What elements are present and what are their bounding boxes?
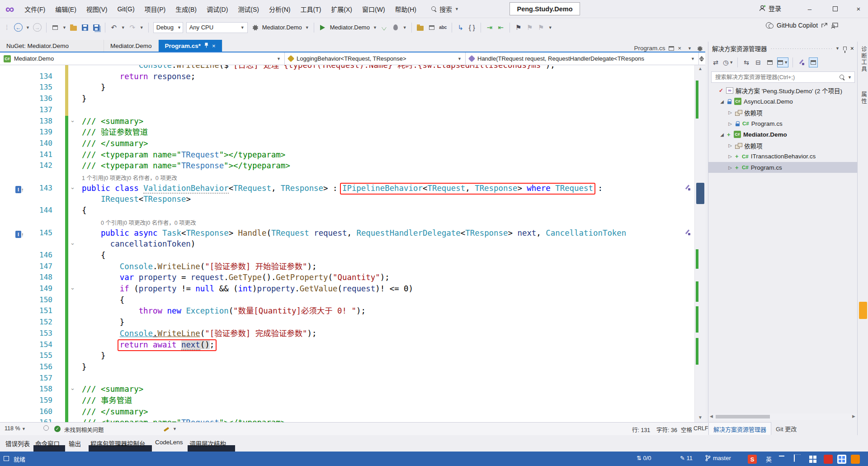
code-line[interactable]: 151 throw new Exception("数量[Quantity]必须大…: [0, 305, 705, 317]
menu-item[interactable]: 视图(V): [81, 3, 113, 15]
code-line[interactable]: 142/// <typeparam name="TResponse"></typ…: [0, 160, 705, 171]
code-line[interactable]: 1 个引用|0 项更改|0 名作者，0 项更改: [0, 171, 705, 183]
menu-item[interactable]: 生成(B): [170, 3, 202, 15]
scrollbar-down-icon[interactable]: ▼: [698, 415, 703, 420]
fold-chevron-icon[interactable]: ⌄: [70, 115, 75, 126]
preview-tab-close-icon[interactable]: ×: [678, 45, 681, 52]
solution-explorer-search-input[interactable]: [714, 74, 837, 81]
breadcrumb-type-dropdown[interactable]: LoggingBehavior<TRequest, TResponse> ▼: [285, 52, 466, 65]
ime-language-indicator[interactable]: 英: [766, 455, 772, 463]
tab-close-icon[interactable]: ×: [212, 43, 216, 49]
editor-vertical-scrollbar[interactable]: ▲ ▼: [694, 65, 705, 422]
startup-project-gear-icon[interactable]: [251, 23, 259, 33]
navigate-forward-icon[interactable]: →: [33, 23, 42, 32]
navigate-backward-dropdown-icon[interactable]: ▼: [26, 25, 30, 30]
panel-tab[interactable]: 调用层次结构: [189, 439, 226, 448]
code-line[interactable]: 159/// 事务管道: [0, 395, 705, 406]
panel-tab[interactable]: 错误列表: [5, 439, 30, 448]
solution-explorer-search[interactable]: ▼: [711, 71, 855, 83]
minimize-button[interactable]: –: [803, 3, 816, 14]
run-dropdown-icon[interactable]: ▼: [373, 25, 377, 30]
solution-explorer-horizontal-scrollbar[interactable]: ◀ ▶: [708, 414, 858, 420]
keyboard-icon[interactable]: [794, 455, 795, 461]
menu-item[interactable]: 窗口(W): [357, 3, 390, 15]
code-cleanup-icon[interactable]: ▼: [164, 425, 177, 432]
document-tab[interactable]: Program.cs*×: [159, 40, 222, 52]
toolbar-overflow-icon[interactable]: ▼: [548, 25, 552, 30]
bookmark-icon[interactable]: ⚑: [514, 23, 523, 33]
collapse-all-icon[interactable]: ⊟: [754, 57, 763, 67]
menu-item[interactable]: 项目(P): [140, 3, 171, 15]
menu-item[interactable]: Git(G): [112, 4, 139, 14]
scrollbar-up-icon[interactable]: ▲: [698, 66, 703, 71]
scroll-left-icon[interactable]: ◀: [710, 414, 713, 418]
tool-window-tab[interactable]: 解决方案资源管理器: [708, 422, 771, 435]
zoom-level-select[interactable]: 118 % ▼: [5, 425, 26, 432]
code-line[interactable]: 140/// </summary>: [0, 138, 705, 149]
menu-item[interactable]: 测试(S): [233, 3, 264, 15]
pending-changes-filter-icon[interactable]: ◷▼: [723, 57, 733, 67]
document-tab[interactable]: NuGet: Mediator.Demo: [0, 40, 104, 52]
code-line[interactable]: 143⌄I↑public class ValidationBehavior<TR…: [0, 183, 705, 194]
new-project-dropdown-icon[interactable]: ▼: [62, 25, 66, 30]
git-branch-indicator[interactable]: master: [705, 455, 731, 461]
tray-red-icon[interactable]: [824, 455, 833, 464]
code-line[interactable]: 158⌄/// <summary>: [0, 384, 705, 395]
hot-reload-dropdown-icon[interactable]: ▼: [403, 25, 407, 30]
code-line[interactable]: 139/// 验证参数管道: [0, 127, 705, 138]
expand-closed-icon[interactable]: ▷: [727, 110, 733, 115]
code-line[interactable]: 155 }: [0, 350, 705, 361]
code-line[interactable]: 153 Console.WriteLine("[验证参数] 完成验证参数");: [0, 328, 705, 339]
wrench-icon[interactable]: [797, 57, 806, 67]
expand-closed-icon[interactable]: ▷: [727, 121, 733, 126]
startup-project-label[interactable]: Mediator.Demo: [262, 24, 302, 31]
preview-selected-items-icon[interactable]: ▼: [777, 57, 788, 67]
undo-icon[interactable]: ↶: [110, 23, 118, 33]
code-line[interactable]: 152 }: [0, 317, 705, 328]
save-icon[interactable]: [81, 23, 89, 33]
tree-item[interactable]: ▷依赖项: [708, 140, 858, 151]
expand-closed-icon[interactable]: ▷: [727, 165, 733, 170]
code-line[interactable]: 157: [0, 373, 705, 384]
previous-bookmark-icon[interactable]: ⚑: [526, 23, 534, 33]
sync-with-active-document-icon[interactable]: ⇆: [742, 57, 751, 67]
expand-closed-icon[interactable]: ▷: [727, 143, 733, 148]
breadcrumb-member-dropdown[interactable]: Handle(TRequest request, RequestHandlerD…: [466, 52, 698, 65]
scrollbar-thumb[interactable]: [716, 415, 770, 418]
promote-preview-icon[interactable]: [669, 46, 674, 51]
code-line[interactable]: 135 }: [0, 82, 705, 93]
code-line[interactable]: Console.WriteLine($"[日志] 处理 {typeof(TReq…: [0, 65, 705, 71]
code-line[interactable]: ⌄ cancellationToken): [0, 238, 705, 250]
menu-item[interactable]: 帮助(H): [390, 3, 421, 15]
document-health-icon[interactable]: [43, 425, 49, 432]
person-window-icon[interactable]: [831, 23, 838, 29]
code-line[interactable]: 161/// <typeparam name="TRequest"></type…: [0, 417, 705, 422]
inheritance-margin-icon[interactable]: I↑: [15, 229, 26, 237]
code-line[interactable]: 136}: [0, 93, 705, 105]
menu-item[interactable]: 文件(F): [19, 3, 50, 15]
tree-item[interactable]: ▷C#Program.cs: [708, 118, 858, 129]
code-line[interactable]: 137: [0, 105, 705, 116]
maximize-button[interactable]: [828, 3, 842, 14]
code-structure-icon[interactable]: { }: [468, 23, 476, 33]
code-line[interactable]: 154 return await next();: [0, 339, 705, 351]
spell-check-icon[interactable]: abc: [439, 23, 447, 33]
code-line[interactable]: IRequest<TResponse>: [0, 194, 705, 205]
tab-options-gear-icon[interactable]: [696, 45, 703, 52]
tab-list-dropdown-icon[interactable]: ▼: [688, 46, 692, 51]
tray-blue-grid-icon[interactable]: [837, 455, 846, 464]
redo-icon[interactable]: ↷: [128, 23, 137, 33]
code-line[interactable]: 147 Console.WriteLine("[验证参数] 开始验证参数");: [0, 261, 705, 272]
code-line[interactable]: 134 return response;: [0, 71, 705, 82]
code-line[interactable]: 150 {: [0, 295, 705, 306]
show-all-files-icon[interactable]: [809, 57, 818, 67]
inheritance-margin-icon[interactable]: I↑: [15, 184, 26, 192]
github-copilot-badge[interactable]: GitHub Copilot: [766, 22, 838, 29]
next-bookmark-icon[interactable]: ⚑: [537, 23, 545, 33]
side-tab[interactable]: 诊断工具: [859, 46, 868, 72]
line-indicator[interactable]: 行: 131: [632, 425, 650, 434]
menu-item[interactable]: 分析(N): [264, 3, 295, 15]
side-tab[interactable]: 属性: [859, 91, 868, 105]
tree-item[interactable]: ◢+C#Mediator.Demo: [708, 129, 858, 140]
outdent-icon[interactable]: ⇤: [497, 23, 505, 33]
